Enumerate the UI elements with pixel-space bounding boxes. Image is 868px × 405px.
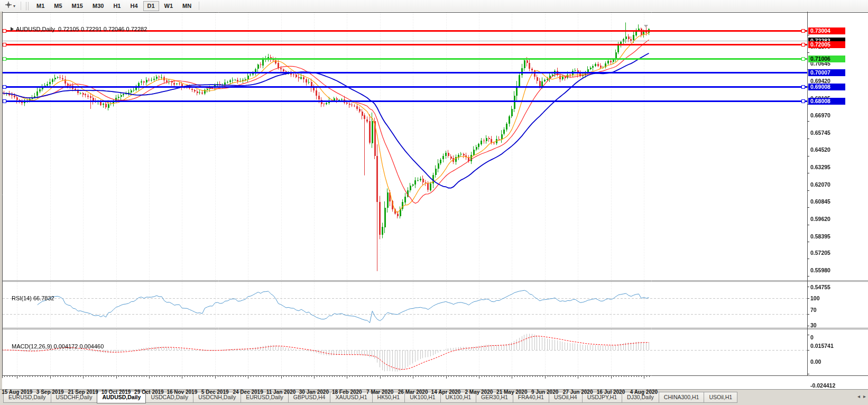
title-marker-icon: [11, 27, 14, 31]
timeframe-button-d1[interactable]: D1: [143, 1, 159, 11]
hline-handle[interactable]: [801, 99, 805, 103]
date-axis-label: 14 Apr 2020: [431, 389, 461, 395]
date-axis-label: 2 May 2020: [465, 389, 493, 395]
hline-handle[interactable]: [801, 43, 805, 47]
timeframe-button-m15[interactable]: M15: [68, 1, 87, 11]
price-axis-tick: 0.66970: [810, 113, 830, 118]
date-axis-label: 4 Aug 2020: [630, 389, 658, 395]
timeframe-button-h4[interactable]: H4: [126, 1, 142, 11]
rsi-axis-tick: 30: [810, 323, 817, 328]
date-axis-label: 21 Sep 2019: [68, 389, 98, 395]
price-badge-support-2: 0.69008: [808, 84, 845, 90]
rsi-indicator-label: RSI(14) 66.7832: [12, 295, 54, 301]
timeframe-button-mn[interactable]: MN: [178, 1, 196, 11]
date-axis-label: 7 Mar 2020: [366, 389, 393, 395]
hline-handle[interactable]: [3, 57, 6, 61]
price-axis-tick: 0.64520: [810, 147, 830, 153]
hline-handle[interactable]: [3, 99, 6, 103]
crosshair-tool-icon: [5, 1, 12, 11]
hline-handle[interactable]: [3, 29, 6, 33]
date-axis-label: 18 Feb 2020: [332, 389, 362, 395]
macd-axis-tick: 0.00: [810, 359, 821, 365]
date-axis-label: 16 Jul 2020: [597, 389, 625, 395]
date-axis-label: 21 May 2020: [496, 389, 527, 395]
macd-indicator-label: MACD(12,26,9) 0.004172 0.004460: [12, 343, 104, 349]
rsi-axis-tick: 70: [810, 307, 817, 313]
price-axis-tick: 0.58395: [810, 234, 830, 240]
chart-window[interactable]: AUDUSD,Daily 0.72105 0.72291 0.72046 0.7…: [0, 12, 868, 389]
date-axis-label: 10 Oct 2019: [101, 389, 131, 395]
price-axis-tick: 0.59620: [810, 216, 830, 222]
date-axis-label: 30 Jan 2020: [299, 389, 329, 395]
timeframe-button-m5[interactable]: M5: [50, 1, 66, 11]
price-badge-support-1: 0.70007: [808, 69, 845, 76]
chart-title-text: AUDUSD,Daily 0.72105 0.72291 0.72046 0.7…: [16, 26, 147, 32]
timeframe-button-m30[interactable]: M30: [88, 1, 108, 11]
date-axis-label: 26 Mar 2020: [398, 389, 428, 395]
horizontal-line-0.69008[interactable]: [3, 86, 807, 88]
date-axis-label: 24 Dec 2019: [233, 389, 263, 395]
horizontal-line-0.71006[interactable]: [3, 58, 807, 60]
date-axis-label: 16 Nov 2019: [167, 389, 197, 395]
toolbar-separator: [199, 2, 199, 10]
main-toolbar: ▾ M1M5M15M30H1H4D1W1MN: [0, 0, 868, 12]
tab-scroll-right-icon[interactable]: ▸: [863, 393, 866, 400]
date-axis-label: 15 Aug 2019: [2, 389, 32, 395]
chart-shift-marker-icon[interactable]: [644, 25, 648, 27]
horizontal-line-0.72005[interactable]: [3, 44, 807, 45]
macd-axis-tick: -0.024412: [810, 383, 835, 389]
rsi-axis-tick: 0: [810, 335, 814, 340]
timeframe-button-group: M1M5M15M30H1H4D1W1MN: [32, 1, 196, 11]
hline-handle[interactable]: [801, 29, 805, 33]
timeframe-button-h1[interactable]: H1: [109, 1, 125, 11]
price-badge-resistance-1: 0.73004: [808, 27, 845, 34]
toolbar-grip[interactable]: [26, 2, 29, 10]
toolbar-separator: [21, 2, 21, 10]
macd-axis-tick: 0.015741: [810, 343, 834, 349]
hline-handle[interactable]: [3, 85, 6, 89]
price-axis-tick: 0.60845: [810, 199, 830, 205]
chart-tab-china300-h1[interactable]: CHINA300,H1: [659, 392, 705, 403]
price-axis-tick: 0.62070: [810, 182, 830, 188]
tab-scroll-left-icon[interactable]: ◂: [857, 393, 860, 400]
hline-handle[interactable]: [3, 43, 6, 47]
hline-handle[interactable]: [801, 85, 805, 89]
price-badge-support-3: 0.68008: [808, 98, 845, 105]
date-axis-label: 9 Jun 2020: [531, 389, 558, 395]
chevron-down-icon: ▾: [13, 4, 15, 8]
price-chart-canvas[interactable]: [0, 12, 868, 389]
rsi-axis-tick: 100: [810, 296, 820, 301]
price-axis-tick: 0.57205: [810, 250, 830, 256]
date-axis-label: 5 Dec 2019: [201, 389, 229, 395]
horizontal-line-0.68008[interactable]: [3, 100, 807, 102]
price-axis-tick: 0.55980: [810, 268, 830, 273]
cursor-tool-button[interactable]: ▾: [2, 0, 18, 12]
price-axis-tick: 0.63295: [810, 164, 830, 170]
hline-handle[interactable]: [801, 57, 805, 61]
date-axis-label: 3 Sep 2019: [36, 389, 64, 395]
date-axis-label: 29 Oct 2019: [134, 389, 164, 395]
price-badge-resistance-2: 0.72005: [808, 41, 845, 48]
price-axis-tick: 0.65745: [810, 130, 830, 136]
bid-price-line: [3, 41, 807, 41]
price-axis-tick: 0.54755: [810, 284, 830, 290]
chart-tab-usoil-h1[interactable]: USOil,H1: [704, 392, 737, 403]
date-axis-label: 27 Jun 2020: [563, 389, 593, 395]
date-axis-label: 11 Jan 2020: [266, 389, 296, 395]
tab-scroll-arrows: ◂▸: [857, 393, 866, 400]
chart-title: AUDUSD,Daily 0.72105 0.72291 0.72046 0.7…: [11, 26, 147, 32]
horizontal-line-0.70007[interactable]: [3, 72, 807, 73]
price-badge-pivot-green: 0.71006: [808, 56, 845, 62]
timeframe-button-w1[interactable]: W1: [160, 1, 178, 11]
timeframe-button-m1[interactable]: M1: [32, 1, 49, 11]
